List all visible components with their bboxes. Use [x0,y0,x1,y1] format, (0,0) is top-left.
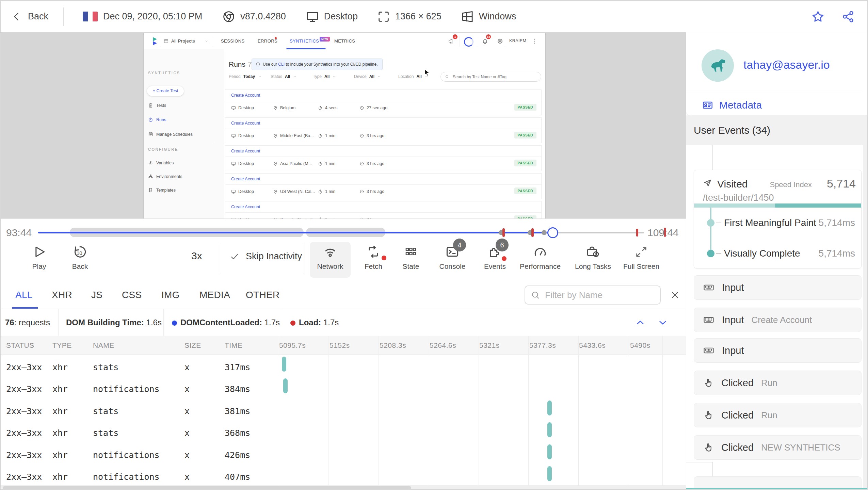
speed-button[interactable]: 3x [191,250,202,262]
tab-js[interactable]: JS [91,290,102,300]
console-badge: 4 [453,239,466,251]
clicked-event-card[interactable]: ClickedRun [694,371,862,395]
visited-path: /test-builder/1450 [703,193,774,203]
timeline-marker-red [531,228,534,237]
jump-down-icon[interactable] [657,317,669,328]
table-row[interactable]: 2xx–3xxxhr statsx 368ms [1,422,686,444]
table-row[interactable]: 2xx–3xxxhr statsx 317ms [1,357,686,378]
long-tasks-toggle[interactable]: Long Tasks [573,242,613,278]
location-pin-icon [273,161,278,166]
tab-sessions: SESSIONS [221,38,245,44]
visited-icon [703,178,712,188]
metric-row: First Meaningful Paint 5,714ms [694,218,861,228]
location-pin-icon [273,189,278,194]
location-pin-icon [273,133,278,138]
hand-pointer-icon [703,377,714,388]
long-tasks-icon [585,244,600,259]
filter-device: DeviceAll [354,74,381,79]
state-toggle[interactable]: State [390,242,431,278]
clicked-event-card[interactable]: ClickedNEW SYNTHETICS [694,435,862,460]
replay-app-navbar: All Projects SESSIONS ERRORS SYNTHETICS … [144,33,545,50]
play-icon [32,244,47,259]
sidebar-scrollbar[interactable] [863,145,868,488]
device-icon [231,161,236,166]
close-icon[interactable] [670,290,680,300]
sidebar-item-environments: Environments [148,174,182,179]
timeline-playhead[interactable] [547,227,558,238]
project-window-icon [163,38,169,44]
tab-xhr[interactable]: XHR [52,290,72,300]
tab-img[interactable]: IMG [161,290,180,300]
full-screen-button[interactable]: Full Screen [621,242,662,278]
filter-input[interactable] [544,290,648,301]
user-card: tahay@asayer.io Metadata [686,32,868,116]
user-events-sidebar: tahay@asayer.io Metadata User Events (34… [686,32,868,490]
network-panel: ALL XHR JS CSS IMG MEDIA OTHER 76: reque… [1,281,686,490]
full-screen-icon [634,245,648,259]
sidebar-item-templates: Templates [148,187,176,193]
tab-other[interactable]: OTHER [246,290,280,300]
jump-up-icon[interactable] [634,317,646,328]
timeline-marker-dot [542,230,547,235]
metric-connector [710,208,711,254]
cli-link: CLI [278,62,285,67]
visited-event-card[interactable]: Visited Speed Index 5,714 /test-builder/… [694,170,862,268]
metadata-button[interactable]: Metadata [702,99,762,111]
favorite-star-icon[interactable] [811,10,825,24]
run-card: Create Account Desktop Asia Pacific (M..… [225,146,541,171]
session-replay-screen: Back Dec 09, 2020, 05:10 PM v87.0.4280 D… [0,0,868,490]
fetch-icon [366,245,381,259]
horizontal-scrollbar[interactable] [1,485,686,490]
search-icon [531,290,540,300]
performance-icon [533,244,548,259]
environments-icon [148,174,153,179]
input-event-card[interactable]: InputCreate Account [694,308,862,332]
create-test-button: + Create Test [147,86,184,96]
user-email-link[interactable]: tahay@asayer.io [743,58,830,71]
console-toggle[interactable]: 4 Console [432,242,473,278]
share-icon[interactable] [841,10,855,23]
network-toggle[interactable]: Network [310,242,351,278]
events-toggle[interactable]: 6 Events [475,242,515,278]
table-row[interactable]: 2xx–3xxxhr notificationsx 426ms [1,444,686,466]
tab-all[interactable]: ALL [15,290,33,300]
skip-inactivity-toggle[interactable]: Skip Inactivity [229,251,302,262]
sidebar-item-variables: Variables [148,160,174,165]
back-button[interactable]: Back [11,11,48,22]
clicked-event-card[interactable]: ClickedRun [694,403,862,427]
app-logo-icon [151,36,161,46]
fetch-alert-dot [382,256,386,260]
performance-toggle[interactable]: Performance [520,242,561,278]
info-icon [256,62,260,67]
time-ago-icon [359,133,364,138]
run-card: Create Account Desktop Canada (Central) … [225,201,541,218]
device-icon [231,105,236,110]
status-badge: PASSED [514,215,536,218]
input-event-card[interactable]: Input [694,275,862,300]
table-row[interactable]: 2xx–3xxxhr statsx 381ms [1,401,686,422]
table-row[interactable]: 2xx–3xxxhr notificationsx 384ms [1,378,686,400]
visited-progress-fill [775,203,861,208]
input-event-card[interactable]: Input [694,338,862,363]
timeline-marker-end [636,229,638,236]
network-icon [323,244,338,259]
resolution: 1366 × 625 [395,11,441,22]
filter-type: TypeAll [313,74,336,79]
play-button[interactable]: Play [19,242,60,278]
tab-css[interactable]: CSS [122,290,142,300]
status-badge: PASSED [514,132,536,138]
fetch-toggle[interactable]: Fetch [353,242,394,278]
timeline-progress [38,232,552,233]
time-ago-icon [359,189,364,194]
new-badge: NEW [320,37,330,42]
filter-period: PeriodToday [229,74,262,79]
metric-row: Visually Complete 5,714ms [694,248,861,259]
scrollbar-thumb[interactable] [3,486,411,490]
back-10-button[interactable]: 10 Back [60,242,100,278]
user-events-title: User Events (34) [686,115,868,145]
event-connector [686,462,712,462]
browser-icon [222,10,236,23]
table-row[interactable]: 2xx–3xxxhr notificationsx 407ms [1,466,686,488]
tab-media[interactable]: MEDIA [199,290,230,300]
request-bar [547,466,552,481]
